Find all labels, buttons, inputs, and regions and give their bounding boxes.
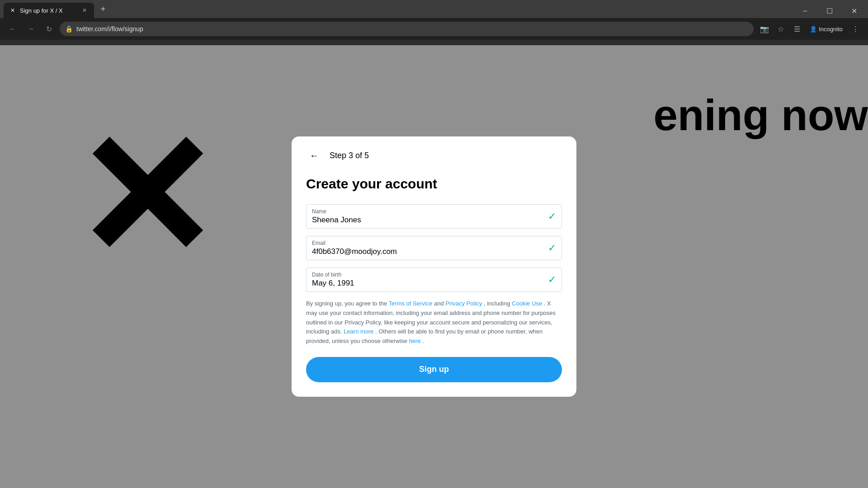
name-check-icon: ✓ xyxy=(548,211,556,222)
learn-more-link[interactable]: Learn more xyxy=(344,328,373,335)
lock-icon: 🔒 xyxy=(65,25,73,33)
dob-check-icon: ✓ xyxy=(548,274,556,286)
legal-text: By signing up, you agree to the Terms of… xyxy=(306,299,562,346)
reload-button[interactable]: ↻ xyxy=(42,22,56,36)
new-tab-button[interactable]: + xyxy=(96,2,110,16)
incognito-icon: 👤 xyxy=(810,26,817,33)
back-arrow-icon: ← xyxy=(310,150,319,161)
active-tab[interactable]: ✕ Sign up for X / X ✕ xyxy=(4,3,94,18)
nav-extras: 📷 ☆ ☰ 👤 Incognito ⋮ xyxy=(757,22,863,36)
sidebar-icon[interactable]: ☰ xyxy=(790,22,804,36)
address-bar[interactable]: 🔒 twitter.com/i/flow/signup xyxy=(60,22,754,36)
dialog-header: ← Step 3 of 5 xyxy=(306,147,562,164)
name-label: Name xyxy=(312,208,548,215)
back-button[interactable]: ← xyxy=(306,147,322,164)
menu-button[interactable]: ⋮ xyxy=(848,22,863,36)
privacy-policy-link[interactable]: Privacy Policy xyxy=(445,300,482,307)
tab-close-button[interactable]: ✕ xyxy=(80,6,89,14)
name-field-inner: Name Sheena Jones xyxy=(312,208,548,225)
name-value: Sheena Jones xyxy=(312,216,548,225)
incognito-label: Incognito xyxy=(819,26,843,33)
legal-and: and xyxy=(434,300,445,307)
dialog-title: Create your account xyxy=(306,176,562,192)
dialog-overlay: ← Step 3 of 5 Create your account Name S… xyxy=(0,45,868,488)
email-label: Email xyxy=(312,240,548,246)
browser-chrome: ✕ Sign up for X / X ✕ + – ☐ ✕ ← → ↻ 🔒 tw… xyxy=(0,0,868,45)
url-text: twitter.com/i/flow/signup xyxy=(76,25,143,33)
tab-favicon: ✕ xyxy=(9,7,16,14)
tab-title: Sign up for X / X xyxy=(20,7,63,14)
dob-value: May 6, 1991 xyxy=(312,279,548,288)
name-field[interactable]: Name Sheena Jones ✓ xyxy=(306,204,562,229)
bookmark-icon[interactable]: ☆ xyxy=(774,22,788,36)
legal-including: , including xyxy=(484,300,512,307)
forward-navigation-button[interactable]: → xyxy=(24,22,38,36)
here-link[interactable]: here xyxy=(409,338,421,344)
email-value: 4f0b6370@moodjoy.com xyxy=(312,247,548,256)
browser-tabs: ✕ Sign up for X / X ✕ + – ☐ ✕ xyxy=(0,0,868,18)
signup-button[interactable]: Sign up xyxy=(306,357,562,382)
dob-label: Date of birth xyxy=(312,272,548,278)
legal-period: . xyxy=(422,338,424,344)
maximize-button[interactable]: ☐ xyxy=(819,4,840,18)
cookie-use-link[interactable]: Cookie Use xyxy=(512,300,542,307)
camera-icon[interactable]: 📷 xyxy=(757,22,772,36)
back-navigation-button[interactable]: ← xyxy=(5,22,20,36)
tos-link[interactable]: Terms of Service xyxy=(389,300,433,307)
legal-prefix: By signing up, you agree to the xyxy=(306,300,389,307)
step-indicator: Step 3 of 5 xyxy=(330,151,369,160)
close-button[interactable]: ✕ xyxy=(844,4,864,18)
dob-field-inner: Date of birth May 6, 1991 xyxy=(312,272,548,288)
window-controls: – ☐ ✕ xyxy=(795,4,864,18)
incognito-badge: 👤 Incognito xyxy=(806,24,846,34)
browser-navbar: ← → ↻ 🔒 twitter.com/i/flow/signup 📷 ☆ ☰ … xyxy=(0,18,868,40)
minimize-button[interactable]: – xyxy=(795,4,816,18)
email-field-inner: Email 4f0b6370@moodjoy.com xyxy=(312,240,548,256)
email-check-icon: ✓ xyxy=(548,242,556,254)
email-field[interactable]: Email 4f0b6370@moodjoy.com ✓ xyxy=(306,236,562,260)
dob-field[interactable]: Date of birth May 6, 1991 ✓ xyxy=(306,267,562,292)
signup-dialog: ← Step 3 of 5 Create your account Name S… xyxy=(292,136,576,397)
